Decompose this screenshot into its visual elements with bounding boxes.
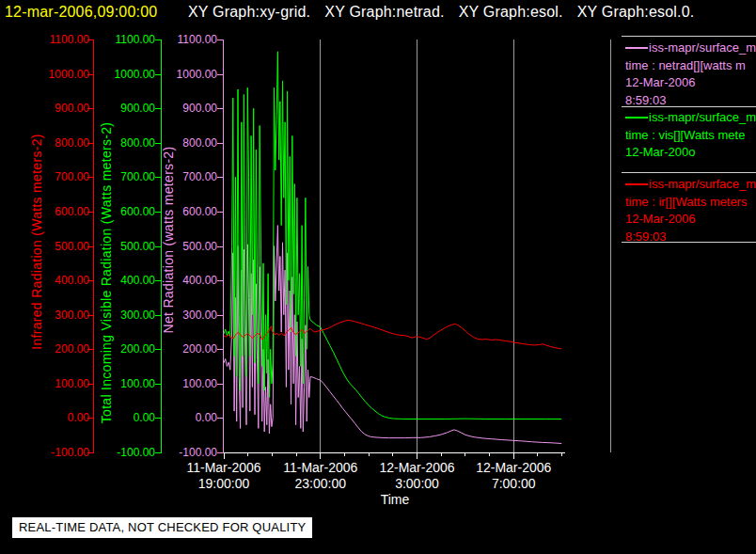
legend-series-name: iss-mapr/surface_m [625, 40, 756, 57]
legend-series-name: iss-mapr/surface_m [625, 109, 756, 127]
app-screen: 12-mar-2006,09:00:00 XY Graph:xy-grid.XY… [0, 0, 756, 554]
legend-time: 8:59:03 [625, 229, 756, 246]
y-tick-label-ir: 0.00 [31, 411, 89, 424]
y-axis-label-ir: Infrared Radiation (Watts meters-2) [29, 134, 44, 349]
x-tick-label: 12-Mar-20067:00:00 [457, 460, 570, 492]
graph-window-list: XY Graph:xy-grid.XY Graph:netrad.XY Grap… [188, 4, 695, 21]
y-tick-label-ir: 900.00 [31, 102, 89, 115]
graph-window-0[interactable]: XY Graph:xy-grid. [188, 4, 310, 21]
legend-date: 12-Mar-2006 [625, 74, 756, 92]
y-tick-label-ir: -100.00 [31, 446, 89, 459]
x-tick-date: 12-Mar-2006 [457, 460, 570, 476]
x-axis-title: Time [381, 492, 410, 507]
legend-param: time : ir[][Watts meters [625, 194, 756, 212]
y-tick-label-netrad: 1000.00 [159, 68, 217, 81]
y-tick-label-netrad: 100.00 [159, 377, 217, 390]
y-tick-label-vis: -100.00 [97, 446, 155, 459]
legend-panel: iss-mapr/surface_mtime : netrad[][watts … [622, 0, 756, 554]
y-tick-label-ir: 1000.00 [31, 68, 89, 81]
legend-line-swatch [625, 117, 648, 119]
y-tick-label-vis: 1000.00 [97, 68, 155, 81]
y-axis-label-vis: Total Incoming Visible Radiation (Watts … [99, 122, 114, 424]
y-tick-label-netrad: 1100.00 [159, 33, 217, 46]
graph-window-2[interactable]: XY Graph:esol. [459, 4, 563, 21]
legend-line-swatch [625, 183, 648, 185]
legend-date: 12-Mar-2006 [625, 211, 756, 229]
y-tick-label-vis: 1100.00 [97, 33, 155, 46]
x-tick-time: 7:00:00 [457, 476, 570, 492]
y-tick-label-netrad: -100.00 [159, 446, 217, 459]
legend-series-name: iss-mapr/surface_m [625, 176, 756, 194]
y-tick-label-netrad: 900.00 [159, 102, 217, 115]
graph-window-1[interactable]: XY Graph:netrad. [324, 4, 444, 21]
legend-entry-vis: iss-mapr/surface_mtime : vis[][Watts met… [625, 109, 756, 162]
y-tick-label-ir: 1100.00 [31, 33, 89, 46]
legend-param: time : vis[][Watts mete [625, 127, 756, 145]
series-line-ir [224, 321, 561, 349]
y-tick-label-vis: 900.00 [97, 102, 155, 115]
legend-series-label: iss-mapr/surface_m [649, 40, 756, 57]
legend-param: time : netrad[][watts m [625, 57, 756, 75]
y-tick-label-ir: 100.00 [31, 377, 89, 390]
y-tick-label-netrad: 200.00 [159, 342, 217, 356]
legend-date: 12-Mar-200o [625, 144, 756, 162]
legend-series-label: iss-mapr/surface_m [649, 176, 756, 194]
y-tick-label-netrad: 0.00 [159, 411, 217, 424]
legend-entry-ir: iss-mapr/surface_mtime : ir[][Watts mete… [625, 176, 756, 245]
legend-entry-netrad: iss-mapr/surface_mtime : netrad[][watts … [625, 40, 756, 109]
quality-banner: REAL-TIME DATA, NOT CHECKED FOR QUALITY [12, 517, 312, 538]
legend-separator [622, 36, 756, 37]
legend-separator [622, 172, 756, 173]
y-axis-label-netrad: Net Radiation (watts meters-2) [161, 147, 176, 334]
legend-series-label: iss-mapr/surface_m [649, 109, 756, 127]
series-line-vis [224, 52, 561, 419]
legend-time: 8:59:03 [625, 92, 756, 110]
header-timestamp: 12-mar-2006,09:00:00 [5, 4, 157, 21]
legend-line-swatch [625, 47, 648, 49]
